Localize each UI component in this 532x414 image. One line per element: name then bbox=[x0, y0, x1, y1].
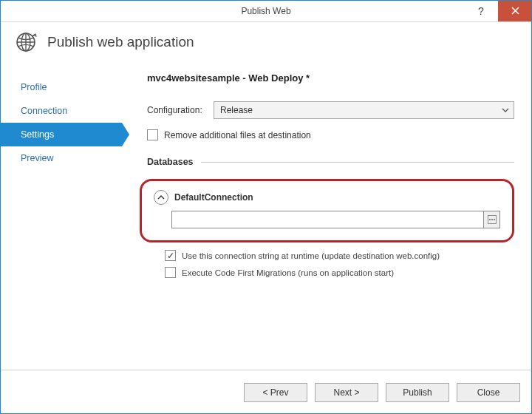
globe-icon bbox=[13, 30, 38, 55]
connection-highlight: DefaultConnection bbox=[140, 179, 514, 242]
next-button[interactable]: Next > bbox=[315, 383, 378, 402]
remove-files-checkbox[interactable] bbox=[147, 129, 158, 140]
use-runtime-checkbox[interactable] bbox=[165, 250, 176, 261]
sidebar-item-settings[interactable]: Settings bbox=[0, 123, 122, 146]
remove-files-label: Remove additional files at destination bbox=[164, 130, 311, 140]
button-label: Publish bbox=[403, 387, 432, 398]
connection-string-browse-button[interactable] bbox=[484, 211, 500, 228]
window-title: Publish Web bbox=[0, 6, 532, 16]
section-divider bbox=[201, 162, 514, 163]
dialog-header: Publish web application bbox=[0, 22, 532, 68]
button-label: Close bbox=[477, 387, 500, 398]
prev-button[interactable]: < Prev bbox=[244, 383, 307, 402]
help-button[interactable]: ? bbox=[464, 0, 498, 21]
chevron-down-icon bbox=[502, 106, 509, 114]
dialog-footer: < Prev Next > Publish Close bbox=[0, 370, 532, 414]
sidebar-item-label: Profile bbox=[21, 82, 47, 92]
svg-point-3 bbox=[489, 219, 491, 220]
code-first-checkbox[interactable] bbox=[165, 267, 176, 278]
databases-section-label: Databases bbox=[147, 157, 194, 167]
publish-button[interactable]: Publish bbox=[386, 383, 449, 402]
button-label: < Prev bbox=[262, 387, 288, 398]
window-controls: ? bbox=[464, 0, 532, 21]
use-runtime-label: Use this connection string at runtime (u… bbox=[182, 251, 440, 260]
sidebar-item-label: Settings bbox=[21, 129, 54, 140]
chevron-up-icon bbox=[157, 194, 165, 201]
configuration-select[interactable]: Release bbox=[214, 101, 514, 119]
sidebar-item-label: Connection bbox=[21, 106, 67, 116]
close-window-button[interactable] bbox=[498, 0, 532, 21]
connection-string-input[interactable] bbox=[171, 211, 484, 228]
configuration-value: Release bbox=[220, 105, 253, 115]
ellipsis-icon bbox=[488, 215, 497, 224]
sidebar-item-preview[interactable]: Preview bbox=[0, 146, 122, 170]
dialog-title: Publish web application bbox=[47, 34, 194, 50]
close-button[interactable]: Close bbox=[457, 383, 520, 402]
connection-name: DefaultConnection bbox=[174, 192, 253, 203]
collapse-connection-button[interactable] bbox=[154, 190, 168, 205]
configuration-label: Configuration: bbox=[147, 105, 214, 115]
content-pane: mvc4websitesample - Web Deploy * Configu… bbox=[122, 68, 532, 284]
code-first-label: Execute Code First Migrations (runs on a… bbox=[182, 268, 394, 277]
svg-point-4 bbox=[491, 219, 493, 220]
sidebar-item-label: Preview bbox=[21, 153, 53, 163]
sidebar-item-connection[interactable]: Connection bbox=[0, 99, 122, 123]
close-icon bbox=[511, 7, 519, 15]
svg-point-5 bbox=[494, 219, 495, 220]
sidebar-item-profile[interactable]: Profile bbox=[0, 75, 122, 99]
wizard-sidebar: Profile Connection Settings Preview bbox=[0, 68, 122, 284]
profile-title: mvc4websitesample - Web Deploy * bbox=[147, 72, 514, 84]
titlebar: Publish Web ? bbox=[0, 0, 532, 22]
button-label: Next > bbox=[333, 387, 359, 398]
